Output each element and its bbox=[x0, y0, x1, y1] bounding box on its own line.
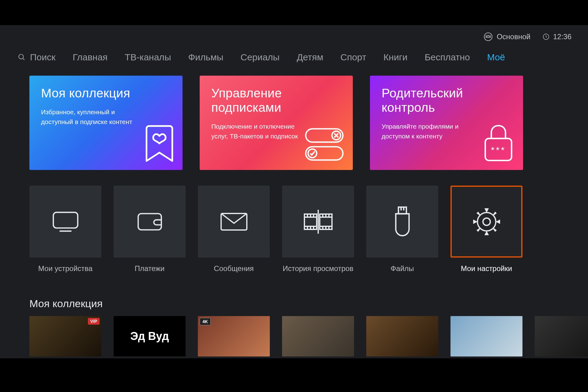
poster-item[interactable] bbox=[535, 316, 588, 356]
card-title: Родительский контроль bbox=[382, 86, 511, 115]
nav-item-series[interactable]: Сериалы bbox=[240, 52, 280, 62]
card-parental-control[interactable]: Родительский контроль Управляйте профиля… bbox=[370, 76, 523, 170]
tile-label: Файлы bbox=[366, 264, 438, 273]
tile-files[interactable] bbox=[366, 186, 438, 258]
badge-4k: 4K bbox=[200, 318, 211, 325]
poster-item[interactable] bbox=[282, 316, 354, 356]
filmstrip-icon bbox=[301, 209, 335, 234]
svg-rect-11 bbox=[138, 213, 161, 230]
tile-payments-wrap: Платежи bbox=[114, 186, 186, 273]
tile-devices[interactable] bbox=[29, 186, 101, 258]
nav-item-sport[interactable]: Спорт bbox=[341, 52, 366, 62]
svg-point-35 bbox=[483, 218, 490, 225]
lock-icon: *** bbox=[482, 123, 514, 163]
usb-icon bbox=[392, 206, 413, 238]
tile-payments[interactable] bbox=[114, 186, 186, 258]
svg-point-0 bbox=[484, 33, 492, 41]
tile-label: История просмотров bbox=[282, 264, 354, 273]
wallet-icon bbox=[136, 210, 164, 234]
card-title: Моя коллекция bbox=[41, 86, 171, 100]
main-nav: Поиск Главная ТВ-каналы Фильмы Сериалы Д… bbox=[18, 52, 571, 62]
profile-indicator[interactable]: Основной bbox=[484, 32, 530, 41]
poster-item[interactable]: ViP bbox=[29, 316, 101, 356]
nav-item-tv[interactable]: ТВ-каналы bbox=[125, 52, 171, 62]
nav-search[interactable]: Поиск bbox=[18, 52, 55, 62]
toggles-icon bbox=[304, 126, 344, 163]
poster-row: ViP Эд Вуд 4K bbox=[29, 316, 588, 356]
bookmark-heart-icon bbox=[145, 124, 174, 163]
card-desc: Управляйте профилями и доступом к контен… bbox=[382, 122, 473, 141]
tiles-row: Мои устройства Платежи bbox=[29, 186, 571, 273]
tile-messages[interactable] bbox=[198, 186, 270, 258]
tile-settings-wrap: Мои настройки bbox=[450, 186, 522, 273]
nav-item-home[interactable]: Главная bbox=[73, 52, 107, 62]
tile-files-wrap: Файлы bbox=[366, 186, 438, 273]
tile-label: Сообщения bbox=[198, 264, 270, 273]
tile-devices-wrap: Мои устройства bbox=[29, 186, 101, 273]
poster-item[interactable] bbox=[366, 316, 438, 356]
top-bar: Основной 12:36 bbox=[484, 32, 571, 41]
nav-item-my[interactable]: Моё bbox=[487, 52, 505, 62]
poster-item[interactable]: Эд Вуд bbox=[114, 316, 186, 356]
svg-rect-32 bbox=[398, 207, 406, 214]
card-desc: Подключение и отключение услуг, ТВ-пакет… bbox=[211, 122, 303, 141]
svg-rect-9 bbox=[53, 212, 78, 228]
tile-history[interactable] bbox=[282, 186, 354, 258]
card-title: Управление подписками bbox=[211, 86, 341, 115]
tile-settings[interactable] bbox=[450, 186, 522, 258]
tile-messages-wrap: Сообщения bbox=[198, 186, 270, 273]
big-cards-row: Моя коллекция Избранное, купленный и дос… bbox=[29, 76, 571, 170]
card-desc: Избранное, купленный и доступный в подпи… bbox=[41, 107, 133, 126]
clock: 12:36 bbox=[543, 32, 571, 41]
clock-icon bbox=[543, 33, 549, 40]
nav-item-kids[interactable]: Детям bbox=[297, 52, 323, 62]
svg-point-36 bbox=[477, 213, 496, 231]
tile-label: Мои настройки bbox=[450, 264, 522, 273]
nav-item-movies[interactable]: Фильмы bbox=[188, 52, 223, 62]
nav-search-label: Поиск bbox=[30, 52, 55, 62]
profile-label: Основной bbox=[497, 32, 530, 41]
card-subscriptions[interactable]: Управление подписками Подключение и откл… bbox=[200, 76, 353, 170]
mail-icon bbox=[219, 211, 249, 232]
svg-point-2 bbox=[19, 54, 23, 59]
search-icon bbox=[18, 53, 26, 61]
badge-vip: ViP bbox=[88, 318, 100, 325]
app-window: Основной 12:36 Поиск Главная ТВ-каналы Ф… bbox=[0, 25, 588, 358]
nav-item-books[interactable]: Книги bbox=[383, 52, 408, 62]
tv-icon bbox=[51, 210, 80, 234]
tile-label: Платежи bbox=[114, 264, 186, 273]
nav-item-free[interactable]: Бесплатно bbox=[424, 52, 470, 62]
poster-item[interactable] bbox=[450, 316, 522, 356]
poster-title: Эд Вуд bbox=[130, 330, 169, 343]
crown-icon bbox=[484, 32, 492, 41]
svg-text:***: *** bbox=[491, 145, 506, 155]
tile-history-wrap: История просмотров bbox=[282, 186, 354, 273]
gear-icon bbox=[472, 207, 501, 236]
tile-label: Мои устройства bbox=[29, 264, 101, 273]
poster-item[interactable]: 4K bbox=[198, 316, 270, 356]
card-my-collection[interactable]: Моя коллекция Избранное, купленный и дос… bbox=[29, 76, 183, 170]
section-title: Моя коллекция bbox=[29, 298, 103, 310]
clock-time: 12:36 bbox=[553, 32, 571, 41]
